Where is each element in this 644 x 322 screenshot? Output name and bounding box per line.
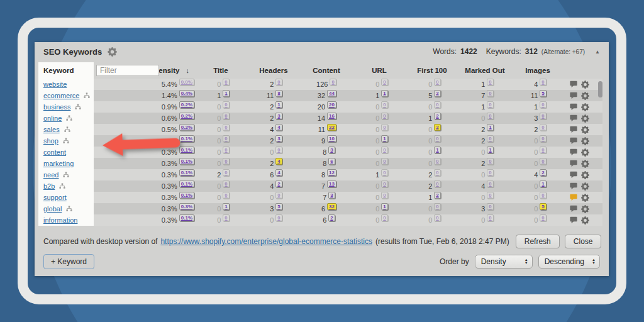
related-keywords-tree-icon[interactable] — [65, 115, 73, 121]
comment-icon[interactable] — [570, 216, 577, 224]
keyword-link[interactable]: website — [43, 80, 67, 88]
row-actions — [564, 194, 598, 202]
keyword-link[interactable]: b2b — [43, 182, 55, 190]
sort-descending-icon[interactable]: ↓ — [186, 67, 190, 74]
row-actions — [564, 114, 598, 123]
row-settings-icon[interactable] — [581, 205, 589, 213]
keyword-link[interactable]: support — [43, 194, 67, 201]
stat-cell: 00 — [194, 137, 247, 145]
column-header-keyword[interactable]: Keyword — [38, 62, 94, 79]
refresh-button[interactable]: Refresh — [516, 235, 560, 248]
related-keywords-tree-icon[interactable] — [74, 104, 82, 110]
stat-cell: 1260 — [300, 80, 353, 88]
related-keywords-tree-icon[interactable] — [62, 138, 70, 144]
keywords-label: Keywords: — [486, 47, 521, 56]
comment-icon[interactable] — [570, 171, 577, 179]
column-header-first100[interactable]: First 100 — [406, 67, 458, 74]
close-button[interactable]: Close — [565, 235, 602, 248]
stat-cell: 10 — [353, 171, 406, 179]
row-settings-icon[interactable] — [581, 126, 589, 134]
stat-cell: 00 — [458, 216, 511, 224]
keyword-link[interactable]: need — [43, 171, 58, 179]
comment-icon[interactable] — [570, 148, 577, 156]
row-settings-icon[interactable] — [581, 160, 589, 168]
related-keywords-tree-icon[interactable] — [64, 126, 71, 133]
comment-icon[interactable] — [570, 205, 577, 213]
order-field-select[interactable]: Density ▲▼ — [475, 255, 533, 269]
row-settings-icon[interactable] — [581, 92, 589, 100]
stat-cell: 00 — [406, 80, 458, 88]
column-header-markedout[interactable]: Marked Out — [458, 67, 511, 74]
comment-icon[interactable] — [570, 194, 577, 201]
row-actions — [564, 103, 598, 111]
stat-cell: 00 — [353, 194, 406, 201]
row-settings-icon[interactable] — [581, 182, 589, 191]
select-arrows-icon: ▲▼ — [592, 258, 596, 265]
keyword-cell: online — [38, 113, 94, 124]
stat-cell: 00 — [458, 171, 511, 179]
keyword-link[interactable]: marketing — [43, 160, 74, 167]
comment-icon[interactable] — [570, 137, 577, 145]
stat-cell: 64 — [247, 171, 300, 179]
comment-icon[interactable] — [570, 126, 577, 133]
table-row: online 0.6%0.2% 0023141600120030 — [38, 113, 602, 124]
settings-gear-icon[interactable] — [108, 47, 117, 57]
stat-cell: 00 — [511, 148, 564, 156]
stat-cell: 01 — [458, 148, 511, 156]
order-direction-select[interactable]: Descending ▲▼ — [538, 255, 600, 269]
row-settings-icon[interactable] — [581, 194, 589, 202]
keyword-link[interactable]: information — [43, 216, 77, 224]
row-actions — [564, 182, 598, 191]
stat-cell: 20 — [247, 80, 300, 88]
related-keywords-tree-icon[interactable] — [62, 172, 70, 178]
stat-cell: 10 — [511, 103, 564, 111]
stat-cell: 00 — [194, 114, 247, 122]
stat-cell: 21 — [247, 103, 300, 111]
stat-cell: 05 — [511, 205, 564, 213]
related-keywords-tree-icon[interactable] — [65, 206, 73, 212]
stat-cell: 118 — [247, 92, 300, 99]
row-settings-icon[interactable] — [581, 171, 589, 179]
related-keywords-tree-icon[interactable] — [58, 183, 66, 189]
comment-icon[interactable] — [570, 80, 577, 88]
column-header-headers[interactable]: Headers — [247, 67, 300, 74]
compared-url-link[interactable]: https://www.shopify.com/enterprise/globa… — [160, 237, 372, 246]
row-settings-icon[interactable] — [581, 148, 589, 157]
column-header-content[interactable]: Content — [300, 67, 353, 74]
column-header-title[interactable]: Title — [194, 67, 247, 74]
stat-cell: 86 — [300, 160, 353, 167]
filter-input[interactable] — [96, 65, 159, 76]
comment-icon[interactable] — [570, 92, 577, 99]
keyword-link[interactable]: online — [43, 114, 62, 122]
stat-cell: 20 — [511, 126, 564, 133]
add-keyword-button[interactable]: + Keyword — [43, 254, 94, 269]
keyword-link[interactable]: shop — [43, 137, 58, 145]
related-keywords-tree-icon[interactable] — [83, 92, 91, 99]
comment-icon[interactable] — [570, 114, 577, 122]
keyword-link[interactable]: global — [43, 205, 62, 213]
stat-cell: 00 — [194, 80, 247, 88]
row-settings-icon[interactable] — [581, 80, 589, 89]
table-scrollbar[interactable] — [598, 81, 602, 97]
row-settings-icon[interactable] — [581, 216, 589, 225]
stat-cell: 00 — [194, 103, 247, 111]
row-settings-icon[interactable] — [581, 103, 589, 111]
column-header-url[interactable]: URL — [353, 67, 406, 74]
comment-icon[interactable] — [570, 182, 577, 190]
stat-cell: 20 — [458, 160, 511, 167]
keyword-link[interactable]: content — [43, 148, 66, 156]
row-settings-icon[interactable] — [581, 137, 589, 145]
comment-icon[interactable] — [570, 160, 577, 167]
stat-cell: 812 — [300, 171, 353, 179]
row-actions — [564, 126, 598, 134]
keyword-link[interactable]: ecommerce — [43, 92, 79, 99]
keyword-link[interactable]: business — [43, 103, 70, 111]
keyword-link[interactable]: sales — [43, 126, 60, 133]
keyword-cell: shop — [38, 135, 94, 147]
stat-cell: 62 — [300, 216, 353, 224]
column-header-images[interactable]: Images — [511, 67, 564, 74]
stat-cell: 00 — [511, 216, 564, 224]
collapse-panel-icon[interactable]: ▲ — [595, 49, 600, 55]
row-settings-icon[interactable] — [581, 114, 589, 123]
comment-icon[interactable] — [570, 103, 577, 111]
